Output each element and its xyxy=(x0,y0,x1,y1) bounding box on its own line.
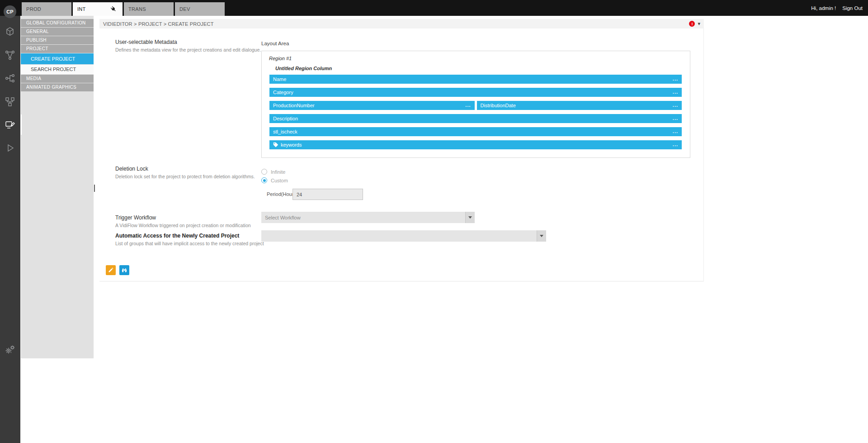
error-icon[interactable]: ! xyxy=(689,21,695,27)
sidebar-item-create-project[interactable]: CREATE PROJECT xyxy=(21,53,94,64)
field-options-icon[interactable]: ... xyxy=(673,115,678,121)
rail-active-indicator xyxy=(20,114,22,135)
settings-gears-icon[interactable] xyxy=(5,344,15,355)
tab-dev-label: DEV xyxy=(179,6,190,12)
metadata-section-subtitle: Defines the metadata view for the projec… xyxy=(115,47,261,52)
tab-prod-label: PROD xyxy=(26,6,41,12)
tab-trans[interactable]: TRANS xyxy=(124,2,174,16)
field-label: keywords xyxy=(281,142,302,148)
config-portal-page: PROD INT TRANS DEV Hi, admin ! Sign Out … xyxy=(0,0,868,443)
player-icon[interactable] xyxy=(5,143,15,153)
radio-custom-circle[interactable] xyxy=(261,177,267,183)
field-label: Name xyxy=(273,76,286,82)
sidebar-item-general[interactable]: GENERAL xyxy=(21,28,94,36)
breadcrumb: VIDIEDITOR > PROJECT > CREATE PROJECT xyxy=(99,21,689,27)
field-options-icon[interactable]: ... xyxy=(465,102,471,108)
edit-pencil-icon xyxy=(108,267,113,273)
radio-custom[interactable]: Custom xyxy=(261,177,288,183)
metadata-field-stl-ischeck[interactable]: stl_ischeck ... xyxy=(269,127,682,136)
workflow-icon[interactable] xyxy=(5,73,15,84)
deletion-lock-title: Deletion Lock xyxy=(115,166,148,172)
preview-button[interactable] xyxy=(119,265,129,275)
breadcrumb-bar: VIDIEDITOR > PROJECT > CREATE PROJECT ! … xyxy=(99,19,704,29)
trigger-workflow-title: Trigger Workflow xyxy=(115,214,156,221)
field-label: stl_ischeck xyxy=(273,129,297,134)
field-label: Description xyxy=(273,116,298,121)
field-options-icon[interactable]: ... xyxy=(673,129,678,134)
plug-icon xyxy=(108,4,119,14)
tag-icon xyxy=(273,142,278,148)
tab-prod[interactable]: PROD xyxy=(22,2,71,16)
edit-button[interactable] xyxy=(106,265,116,275)
sidebar-item-publish[interactable]: PUBLISH xyxy=(21,36,94,44)
field-options-icon[interactable]: ... xyxy=(673,76,678,81)
auto-access-dropdown[interactable] xyxy=(261,230,546,242)
auto-access-subtitle: List of groups that will have implicit a… xyxy=(115,241,264,246)
create-project-panel: VIDIEDITOR > PROJECT > CREATE PROJECT ! … xyxy=(99,19,704,281)
metadata-field-category[interactable]: Category ... xyxy=(269,88,682,97)
environment-tabs: PROD INT TRANS DEV xyxy=(22,2,225,16)
radio-infinite-circle[interactable] xyxy=(261,169,267,175)
sidebar-item-search-project[interactable]: SEARCH PROJECT xyxy=(21,65,94,74)
metadata-field-list: Name ... Category ... ProductionNumber .… xyxy=(269,75,682,153)
tab-dev[interactable]: DEV xyxy=(175,2,225,16)
layout-area-label: Layout Area xyxy=(261,41,289,46)
tab-int-label: INT xyxy=(77,6,86,12)
region-column-title: Untitled Region Column xyxy=(275,66,332,71)
metadata-field-name[interactable]: Name ... xyxy=(269,75,682,84)
sign-out-link[interactable]: Sign Out xyxy=(842,5,863,11)
app-rail xyxy=(0,0,20,443)
trigger-workflow-subtitle: A VidiFlow Workflow triggered on project… xyxy=(115,223,251,228)
app-logo[interactable]: CP xyxy=(4,5,16,18)
tab-trans-label: TRANS xyxy=(128,6,146,12)
config-sidebar: GLOBAL CONFIGURATION GENERAL PUBLISH PRO… xyxy=(21,16,94,358)
binoculars-icon xyxy=(122,267,127,273)
metadata-field-description[interactable]: Description ... xyxy=(269,114,682,123)
sidebar-item-project[interactable]: PROJECT xyxy=(21,45,94,53)
field-label: ProductionNumber xyxy=(273,103,315,108)
topology-icon[interactable] xyxy=(5,50,15,61)
modules-icon[interactable] xyxy=(5,26,15,37)
trigger-workflow-dropdown[interactable]: Select Workflow xyxy=(261,212,475,223)
metadata-section-title: User-selectable Metadata xyxy=(115,39,177,45)
dropdown-arrow-icon[interactable] xyxy=(537,230,546,242)
radio-infinite[interactable]: Infinite xyxy=(261,169,285,175)
metadata-field-keywords[interactable]: keywords ... xyxy=(269,140,682,149)
sidebar-item-animated-graphics[interactable]: ANIMATED GRAPHICS xyxy=(21,83,94,91)
trigger-workflow-value: Select Workflow xyxy=(261,215,465,220)
layout-area-box: Region #1 Untitled Region Column Name ..… xyxy=(261,51,690,158)
auto-access-title: Automatic Access for the Newly Created P… xyxy=(115,233,239,239)
metadata-field-productionnumber[interactable]: ProductionNumber ... xyxy=(269,101,475,110)
sidebar-item-global-configuration[interactable]: GLOBAL CONFIGURATION xyxy=(21,19,94,27)
period-hours-input[interactable] xyxy=(292,189,363,200)
sidebar-item-media[interactable]: MEDIA xyxy=(21,75,94,83)
user-area: Hi, admin ! Sign Out xyxy=(811,0,863,16)
field-label: Category xyxy=(273,90,293,95)
metadata-field-distributiondate[interactable]: DistributionDate ... xyxy=(477,101,682,110)
radio-infinite-label: Infinite xyxy=(271,169,285,175)
resources-icon[interactable] xyxy=(5,96,15,107)
deletion-lock-subtitle: Deletion lock set for the project to pro… xyxy=(115,174,255,179)
field-options-icon[interactable]: ... xyxy=(673,89,678,95)
sidebar-resize-handle[interactable] xyxy=(94,185,95,192)
field-options-icon[interactable]: ... xyxy=(673,142,678,147)
region-title: Region #1 xyxy=(269,56,292,61)
dropdown-arrow-icon[interactable] xyxy=(465,212,475,223)
editor-config-icon[interactable] xyxy=(5,119,15,130)
tab-int[interactable]: INT xyxy=(73,2,123,16)
topbar: PROD INT TRANS DEV Hi, admin ! Sign Out xyxy=(0,0,868,16)
field-options-icon[interactable]: ... xyxy=(673,102,678,108)
radio-custom-label: Custom xyxy=(271,178,288,183)
field-label: DistributionDate xyxy=(481,103,516,108)
chevron-down-icon[interactable]: ▾ xyxy=(698,21,700,26)
user-greeting: Hi, admin ! xyxy=(811,5,836,11)
